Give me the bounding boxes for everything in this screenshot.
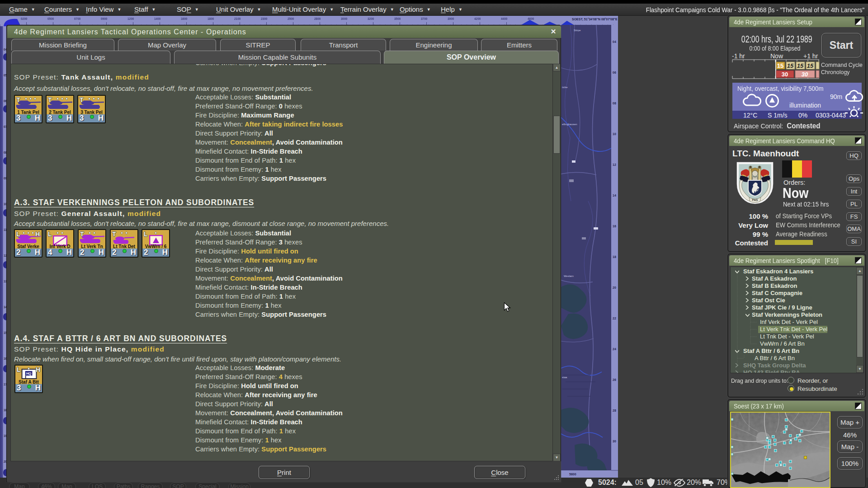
svg-text:30: 30: [802, 71, 808, 78]
svg-text:10: 10: [613, 132, 616, 136]
svg-text:30: 30: [782, 71, 788, 78]
svg-text:15: 15: [807, 62, 814, 69]
svg-text:18: 18: [613, 255, 616, 258]
svg-text:ellinghausen: ellinghausen: [562, 123, 577, 126]
svg-text:14: 14: [613, 194, 616, 197]
svg-text:PAS: PAS: [752, 198, 759, 202]
svg-text:30: 30: [613, 440, 616, 443]
svg-text:04: 04: [613, 40, 616, 43]
svg-text:staa: staa: [562, 376, 567, 379]
svg-text:24: 24: [613, 347, 616, 351]
svg-text:ücke: ücke: [562, 86, 568, 89]
svg-text:HQ: HQ: [26, 371, 31, 375]
svg-text:SOEST, 51°34'08"N 08°07'08"E: SOEST, 51°34'08"N 08°07'08"E: [572, 18, 618, 21]
svg-text:08: 08: [613, 102, 616, 105]
svg-text:15: 15: [777, 62, 783, 69]
svg-text:12: 12: [613, 163, 616, 166]
svg-text:20: 20: [613, 286, 616, 289]
svg-text:Stirpe: Stirpe: [574, 29, 581, 32]
svg-text:5600: 5600: [569, 473, 576, 476]
svg-text:15: 15: [787, 62, 794, 69]
svg-text:26: 26: [613, 378, 616, 381]
svg-text:15: 15: [797, 62, 804, 69]
svg-text:22: 22: [613, 317, 616, 320]
svg-text:28: 28: [613, 409, 616, 412]
svg-text:16: 16: [613, 225, 616, 228]
svg-text:06: 06: [613, 71, 616, 74]
svg-text:Weslarn: Weslarn: [564, 275, 574, 277]
